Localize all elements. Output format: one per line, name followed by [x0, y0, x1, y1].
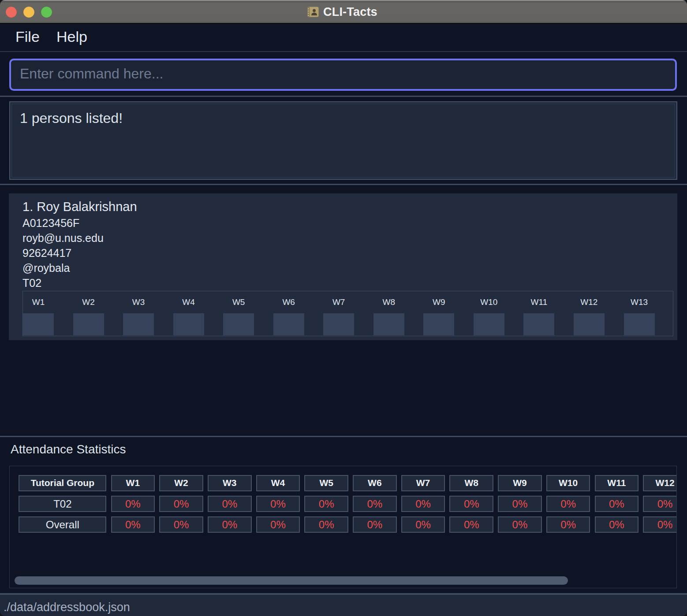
attendance-checkbox[interactable]	[323, 313, 354, 336]
person-telegram: @roybala	[22, 262, 70, 275]
week-column: W13	[624, 291, 674, 335]
person-email: royb@u.nus.edu	[22, 232, 104, 245]
stats-value-cell: 0%	[595, 496, 639, 512]
attendance-checkbox[interactable]	[223, 313, 254, 336]
week-label: W4	[173, 291, 204, 313]
week-column: W11	[523, 291, 574, 335]
stats-row-label: Overall	[19, 516, 106, 533]
window-title: CLI-Tacts	[323, 5, 377, 19]
stats-value-cell: 0%	[304, 496, 348, 512]
attendance-checkbox[interactable]	[624, 313, 655, 336]
app-window: CLI-Tacts File Help 1 persons listed! 1.…	[0, 0, 687, 616]
attendance-checkbox[interactable]	[273, 313, 304, 336]
stats-value-cell: 0%	[159, 496, 203, 512]
stats-header-group: Tutorial Group	[19, 475, 106, 491]
stats-value-cell: 0%	[111, 496, 155, 512]
stats-header-week: W2	[159, 475, 203, 491]
stats-table: Tutorial Group W1 W2 W3 W4 W5 W6 W7 W8 W…	[9, 466, 677, 589]
attendance-checkbox[interactable]	[423, 313, 454, 336]
week-column: W8	[373, 291, 424, 335]
person-tutorial-group: T02	[22, 277, 41, 289]
week-label: W3	[123, 291, 154, 313]
week-label: W6	[273, 291, 304, 313]
zoom-button[interactable]	[41, 7, 52, 18]
attendance-week-grid: W1 W2 W3 W4 W5 W6	[22, 291, 673, 336]
stats-header-week: W5	[304, 475, 348, 491]
week-column: W1	[23, 291, 73, 335]
stats-value-cell: 0%	[111, 516, 155, 533]
close-button[interactable]	[6, 7, 17, 18]
horizontal-scrollbar-thumb[interactable]	[15, 576, 568, 585]
week-column: W2	[73, 291, 123, 335]
menu-file[interactable]: File	[15, 23, 40, 50]
stats-value-cell: 0%	[546, 496, 590, 512]
stats-value-cell: 0%	[643, 516, 677, 533]
stats-header-week: W6	[353, 475, 397, 491]
attendance-checkbox[interactable]	[523, 313, 554, 336]
stats-value-cell: 0%	[353, 516, 397, 533]
stats-value-cell: 0%	[546, 516, 590, 533]
minimize-button[interactable]	[23, 7, 34, 18]
week-label: W10	[474, 291, 504, 313]
stats-value-cell: 0%	[353, 496, 397, 512]
command-input[interactable]	[9, 59, 677, 91]
stats-value-cell: 0%	[595, 516, 639, 533]
attendance-checkbox[interactable]	[474, 313, 504, 336]
separator	[0, 96, 687, 97]
person-phone: 92624417	[22, 247, 71, 260]
week-label: W7	[323, 291, 354, 313]
separator	[0, 436, 687, 438]
stats-value-cell: 0%	[304, 516, 348, 533]
window-titlebar[interactable]: CLI-Tacts	[0, 0, 687, 24]
separator	[0, 184, 687, 186]
stats-header-week: W3	[208, 475, 252, 491]
stats-value-cell: 0%	[256, 516, 300, 533]
person-name: 1. Roy Balakrishnan	[22, 200, 137, 214]
result-display[interactable]: 1 persons listed!	[9, 101, 677, 180]
attendance-checkbox[interactable]	[23, 313, 54, 336]
week-label: W12	[574, 291, 605, 313]
week-column: W6	[273, 291, 324, 335]
stats-value-cell: 0%	[449, 516, 493, 533]
address-book-icon	[307, 7, 319, 17]
stats-value-cell: 0%	[401, 516, 445, 533]
week-label: W11	[523, 291, 554, 313]
week-column: W9	[423, 291, 474, 335]
stats-value-cell: 0%	[498, 496, 542, 512]
stats-value-cell: 0%	[498, 516, 542, 533]
week-column: W7	[323, 291, 373, 335]
stats-title: Attendance Statistics	[11, 442, 126, 456]
stats-value-cell: 0%	[401, 496, 445, 512]
attendance-checkbox[interactable]	[123, 313, 154, 336]
stats-header-week: W9	[498, 475, 542, 491]
attendance-checkbox[interactable]	[373, 313, 404, 336]
week-label: W2	[73, 291, 104, 313]
person-card[interactable]: 1. Roy Balakrishnan A0123456F royb@u.nus…	[9, 193, 677, 340]
stats-header-week: W1	[111, 475, 155, 491]
stats-value-cell: 0%	[449, 496, 493, 512]
stats-header-week: W11	[595, 475, 639, 491]
attendance-checkbox[interactable]	[173, 313, 204, 336]
status-bar: ./data/addressbook.json	[0, 595, 687, 616]
stats-value-cell: 0%	[159, 516, 203, 533]
week-label: W5	[223, 291, 254, 313]
week-column: W3	[123, 291, 173, 335]
stats-header-week: W7	[401, 475, 445, 491]
stats-header-week: W12	[643, 475, 677, 491]
stats-value-cell: 0%	[208, 496, 252, 512]
week-column: W5	[223, 291, 273, 335]
stats-header-week: W8	[449, 475, 493, 491]
person-student-id: A0123456F	[22, 217, 79, 230]
week-label: W13	[624, 291, 655, 313]
attendance-checkbox[interactable]	[574, 313, 605, 336]
stats-row-label: T02	[19, 496, 106, 512]
window-title-group: CLI-Tacts	[307, 0, 377, 24]
stats-value-cell: 0%	[643, 496, 677, 512]
attendance-checkbox[interactable]	[73, 313, 104, 336]
menu-bar: File Help	[0, 25, 687, 52]
week-label: W9	[423, 291, 454, 313]
week-label: W8	[373, 291, 404, 313]
menu-help[interactable]: Help	[56, 23, 87, 50]
stats-value-cell: 0%	[256, 496, 300, 512]
week-column: W4	[173, 291, 224, 335]
